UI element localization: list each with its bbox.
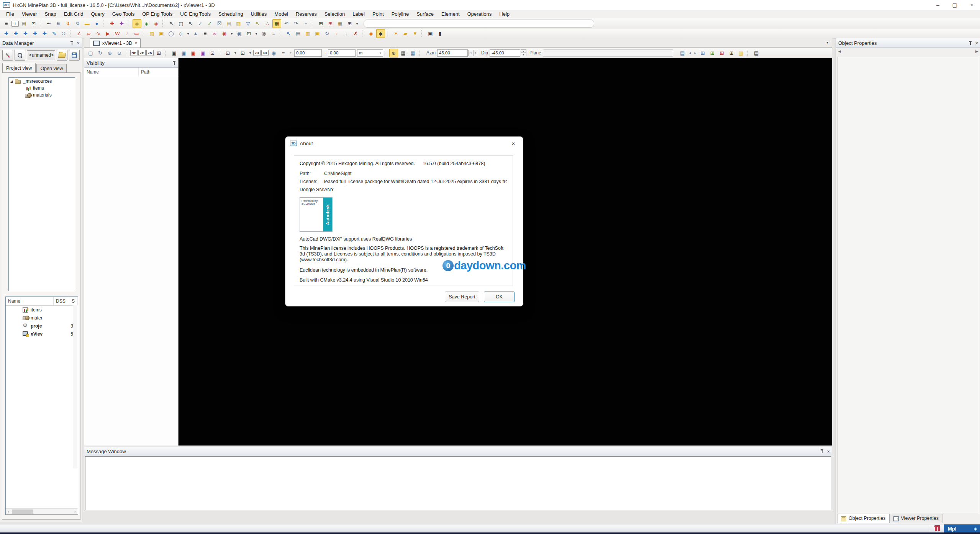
color-wheel-icon[interactable]: ◉ xyxy=(220,29,229,38)
arrow-shape-icon[interactable]: ▶ xyxy=(103,29,112,38)
azimuth-field[interactable]: 45.00 xyxy=(437,49,468,57)
viewer-check-icon[interactable]: ⊡ xyxy=(223,49,232,57)
polyline-add-icon[interactable]: ∿ xyxy=(94,29,103,38)
polyline-segment-icon[interactable]: ∠ xyxy=(75,29,84,38)
dashed-box-icon[interactable]: ▭ xyxy=(132,29,141,38)
tree-item-items[interactable]: items xyxy=(9,85,75,92)
dropdown-arrow-icon[interactable]: ▾ xyxy=(254,29,259,38)
apply-icon[interactable]: ✓ xyxy=(196,19,205,28)
menu-item-viewer[interactable]: Viewer xyxy=(18,10,41,18)
viewer-tab[interactable]: xViewer1 - 3D × xyxy=(90,38,141,48)
menu-item-utilities[interactable]: Utilities xyxy=(247,10,270,18)
blast-icon[interactable]: ✶ xyxy=(392,29,400,38)
nav-left-icon[interactable]: ◂ xyxy=(688,49,692,57)
move-flash-icon[interactable]: ↯ xyxy=(64,19,72,28)
pen-icon[interactable]: ✒ xyxy=(44,19,53,28)
marquee-select-icon[interactable]: ▢ xyxy=(177,19,185,28)
copy-note-icon[interactable]: ▥ xyxy=(303,29,312,38)
flash-icon[interactable]: ↯ xyxy=(73,19,82,28)
ok-button[interactable]: OK xyxy=(484,292,515,302)
close-icon[interactable]: × xyxy=(827,449,830,454)
grid-cursor-icon[interactable]: ⊞ xyxy=(316,19,325,28)
cylinder-icon[interactable]: ▮ xyxy=(436,29,444,38)
insert-point-icon[interactable]: ✚ xyxy=(31,29,39,38)
tree-item-msresources[interactable]: ◢ _msresources xyxy=(9,78,75,85)
zoom-in-icon[interactable]: ⊕ xyxy=(105,49,114,57)
scroll-right-icon[interactable]: ▶ xyxy=(975,49,978,53)
view-z-east-icon[interactable]: ZE xyxy=(138,50,146,56)
overflow-arrow-icon[interactable]: ▾ xyxy=(355,19,359,28)
step-up-icon[interactable]: ▴ xyxy=(521,49,526,53)
remove-box-icon[interactable]: ▫ xyxy=(332,29,341,38)
scrollbar-thumb[interactable] xyxy=(12,509,33,514)
tab-list-dropdown-icon[interactable]: ▾ xyxy=(826,40,828,44)
globe-icon[interactable]: ◉ xyxy=(269,49,278,57)
menu-item-file[interactable]: File xyxy=(2,10,18,18)
solid-box-icon[interactable]: ▧ xyxy=(147,29,156,38)
wave-icon[interactable]: W xyxy=(113,29,122,38)
azimuth-stepper[interactable]: ◂ ▸ xyxy=(468,50,478,56)
menu-item-help[interactable]: Help xyxy=(495,10,513,18)
drop-pins-icon[interactable]: ↓ xyxy=(342,29,351,38)
polygon-icon[interactable]: ▱ xyxy=(84,29,93,38)
message-window-content[interactable] xyxy=(85,456,831,510)
zoom-window-icon[interactable]: ▢ xyxy=(86,49,95,57)
view-z-north-icon[interactable]: ZN xyxy=(146,50,154,56)
step-right-icon[interactable]: ▸ xyxy=(473,50,478,56)
grid-remove-icon[interactable]: ⊞ xyxy=(718,49,726,57)
grid-delete-icon[interactable]: ⊞ xyxy=(326,19,335,28)
vertical-scrollbar[interactable] xyxy=(73,305,78,468)
search-button[interactable] xyxy=(15,50,25,61)
delete-icon[interactable]: ☒ xyxy=(215,19,224,28)
grid-highlight-icon[interactable]: ▦ xyxy=(336,19,344,28)
menu-item-scheduling[interactable]: Scheduling xyxy=(215,10,247,18)
database-icon[interactable]: ≋ xyxy=(54,19,63,28)
horizontal-scrollbar[interactable]: ‹ › xyxy=(6,508,78,514)
info-select-icon[interactable]: ↖ xyxy=(284,29,293,38)
hierarchy-icon[interactable]: ≡ xyxy=(2,19,11,28)
close-button[interactable]: × xyxy=(963,0,980,10)
column-header-name[interactable]: Name xyxy=(6,297,54,305)
scroll-left-icon[interactable]: ‹ xyxy=(6,510,11,514)
point-plus-minus-icon[interactable]: ✚ xyxy=(108,19,116,28)
table-row-xviewer[interactable]: xViev 5 xyxy=(6,330,78,338)
compass-corner-icon[interactable]: ◈ xyxy=(971,524,980,533)
zoom-out-icon[interactable]: ⊖ xyxy=(115,49,124,57)
view-north-east-icon[interactable]: NE xyxy=(130,50,138,56)
save-button[interactable] xyxy=(69,50,80,61)
menu-item-surface[interactable]: Surface xyxy=(413,10,438,18)
mpl-status-badge[interactable]: Mpl xyxy=(944,524,973,533)
view-plan-icon[interactable]: ⊞ xyxy=(154,49,163,57)
remove-point-icon[interactable]: ✚ xyxy=(21,29,30,38)
coordinate-x-field[interactable]: 0.00 xyxy=(294,49,322,57)
paste-box-icon[interactable]: ▣ xyxy=(313,29,322,38)
viewer-lock-icon[interactable]: ⊡ xyxy=(208,49,217,57)
mode-3d-icon[interactable]: 3D xyxy=(261,50,269,56)
tag-add-icon[interactable]: ◈ xyxy=(142,19,151,28)
info-icon[interactable]: i xyxy=(11,21,19,27)
open-folder-button[interactable] xyxy=(57,50,67,61)
plane-field[interactable] xyxy=(543,49,673,57)
copy-list-icon[interactable]: ▤ xyxy=(294,29,303,38)
column-header-s[interactable]: S xyxy=(69,297,78,305)
menu-item-element[interactable]: Element xyxy=(438,10,464,18)
node-edit-icon[interactable]: ∴ xyxy=(263,19,272,28)
camera-target-icon[interactable]: ▣ xyxy=(189,49,198,57)
tree-item-materials[interactable]: materials xyxy=(9,92,75,98)
paste-object-icon[interactable]: ▥ xyxy=(234,19,243,28)
lamp-icon[interactable]: ▼ xyxy=(411,29,420,38)
plus-small-icon[interactable]: + xyxy=(288,49,293,57)
waves-icon[interactable]: ≈ xyxy=(269,29,278,38)
step-left-icon[interactable]: ◂ xyxy=(468,50,473,56)
filter-icon[interactable]: ▽ xyxy=(244,19,252,28)
restore-button[interactable]: ▢ xyxy=(946,0,963,10)
edit-point-icon[interactable]: ✎ xyxy=(50,29,59,38)
menu-item-operations[interactable]: Operations xyxy=(464,10,496,18)
pin-icon[interactable] xyxy=(172,61,176,65)
close-icon[interactable]: × xyxy=(77,41,80,46)
undo-icon[interactable]: ↶ xyxy=(282,19,291,28)
tag-bulb-icon[interactable]: ◈ xyxy=(133,19,141,28)
dip-field[interactable]: -45.00 xyxy=(490,49,520,57)
tab-open-view[interactable]: Open view xyxy=(36,64,67,73)
globe-icon[interactable]: ◉ xyxy=(235,29,244,38)
